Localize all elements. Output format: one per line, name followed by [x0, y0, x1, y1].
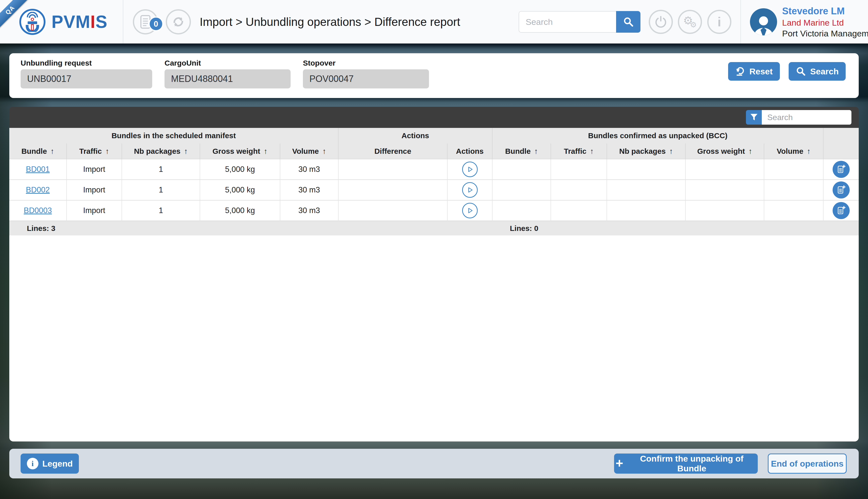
- brand-part-1: PVM: [51, 12, 90, 32]
- gears-icon: ⚙⚙: [683, 15, 697, 29]
- row-buttons-cell: [823, 180, 859, 200]
- cargounit-field[interactable]: MEDU4880041: [164, 69, 290, 88]
- sort-ascending-icon[interactable]: ↑: [322, 147, 326, 155]
- sort-ascending-icon[interactable]: ↑: [184, 147, 188, 155]
- row-buttons-cell: [823, 159, 859, 180]
- bcc-bundle-cell: [492, 159, 551, 180]
- user-company: Land Marine Ltd: [782, 17, 868, 28]
- bundle-link[interactable]: BD001: [26, 165, 50, 174]
- add-unpacking-report-button[interactable]: [833, 181, 850, 198]
- power-icon: [655, 16, 667, 28]
- difference-report-table-card: Bundles in the scheduled manifest Action…: [9, 128, 859, 441]
- funnel-icon: [750, 113, 758, 122]
- col-manifest-nb-packages[interactable]: Nb packages↑: [122, 144, 200, 159]
- bundle-cell: BD0003: [9, 200, 66, 221]
- col-bcc-volume[interactable]: Volume↑: [764, 144, 823, 159]
- info-icon: i: [718, 14, 721, 29]
- confirm-unpacking-label: Confirm the unpacking of Bundle: [627, 454, 756, 473]
- difference-cell: [338, 200, 447, 221]
- refresh-button[interactable]: [166, 9, 191, 34]
- table-row: BD002 Import 1 5,000 kg 30 m3: [9, 180, 859, 200]
- user-info[interactable]: Stevedore LM Land Marine Ltd Port Victor…: [782, 5, 868, 39]
- sort-ascending-icon[interactable]: ↑: [669, 147, 673, 155]
- col-bcc-nb-packages[interactable]: Nb packages↑: [607, 144, 685, 159]
- start-unpacking-button[interactable]: [462, 182, 478, 198]
- confirm-unpacking-button[interactable]: + Confirm the unpacking of Bundle: [614, 453, 758, 474]
- grid-filter-button[interactable]: [746, 110, 762, 125]
- col-manifest-gross-weight[interactable]: Gross weight↑: [200, 144, 280, 159]
- end-of-operations-label: End of operations: [771, 459, 844, 468]
- breadcrumb: Import > Unbundling operations > Differe…: [200, 15, 460, 29]
- traffic-cell: Import: [66, 180, 122, 200]
- add-unpacking-report-button[interactable]: [833, 202, 850, 219]
- notifications-count-badge: 0: [149, 16, 163, 31]
- bcc-traffic-cell: [551, 200, 607, 221]
- stopover-label: Stopover: [303, 59, 336, 67]
- bcc-bundle-cell: [492, 200, 551, 221]
- group-header-actions: Actions: [338, 128, 492, 144]
- col-bcc-gross-weight[interactable]: Gross weight↑: [685, 144, 764, 159]
- search-icon: [796, 66, 806, 77]
- col-difference: Difference: [338, 144, 447, 159]
- brand-wordmark: PVMIS: [51, 12, 108, 32]
- actions-cell: [447, 159, 492, 180]
- col-label: Gross weight: [697, 147, 745, 155]
- col-actions: Actions: [447, 144, 492, 159]
- app-header: QA PVMIS 0 Im: [0, 0, 868, 44]
- reset-button[interactable]: Reset: [728, 62, 780, 81]
- legend-label: Legend: [42, 459, 73, 468]
- col-manifest-traffic[interactable]: Traffic↑: [66, 144, 122, 159]
- col-label: Nb packages: [134, 147, 180, 155]
- stopover-field[interactable]: POV00047: [303, 69, 429, 88]
- filter-search-button[interactable]: Search: [789, 62, 846, 81]
- bcc-nb-packages-cell: [607, 180, 685, 200]
- user-name: Stevedore LM: [782, 5, 868, 17]
- document-add-icon: [836, 164, 846, 174]
- user-avatar[interactable]: [750, 8, 777, 35]
- sort-ascending-icon[interactable]: ↑: [106, 147, 109, 155]
- table-row: BD001 Import 1 5,000 kg 30 m3: [9, 159, 859, 180]
- bottom-action-bar: i Legend + Confirm the unpacking of Bund…: [9, 449, 859, 478]
- unbundling-request-field[interactable]: UNB00017: [21, 69, 152, 88]
- col-manifest-bundle[interactable]: Bundle↑: [9, 144, 66, 159]
- header-divider: [123, 0, 123, 44]
- col-bcc-bundle[interactable]: Bundle↑: [492, 144, 551, 159]
- sort-ascending-icon[interactable]: ↑: [748, 147, 752, 155]
- group-header-row: Bundles in the scheduled manifest Action…: [9, 128, 859, 144]
- bundle-link[interactable]: BD0003: [24, 206, 52, 215]
- col-manifest-volume[interactable]: Volume↑: [280, 144, 338, 159]
- add-unpacking-report-button[interactable]: [833, 161, 850, 178]
- bcc-nb-packages-cell: [607, 159, 685, 180]
- volume-cell: 30 m3: [280, 200, 338, 221]
- bcc-gross-weight-cell: [685, 180, 764, 200]
- global-search-input[interactable]: [519, 11, 616, 33]
- group-header-row-actions: [823, 128, 859, 144]
- volume-cell: 30 m3: [280, 180, 338, 200]
- sort-ascending-icon[interactable]: ↑: [50, 147, 54, 155]
- bcc-bundle-cell: [492, 180, 551, 200]
- app-logo[interactable]: [19, 9, 46, 35]
- global-search-button[interactable]: [616, 11, 641, 33]
- sort-ascending-icon[interactable]: ↑: [264, 147, 268, 155]
- bcc-volume-cell: [764, 159, 823, 180]
- table-footer-row: Lines: 3 Lines: 0: [9, 221, 859, 235]
- end-of-operations-button[interactable]: End of operations: [768, 453, 847, 474]
- sort-ascending-icon[interactable]: ↑: [534, 147, 538, 155]
- info-button[interactable]: i: [707, 10, 731, 34]
- grid-search-input[interactable]: [762, 110, 852, 125]
- column-header-row: Bundle↑ Traffic↑ Nb packages↑ Gross weig…: [9, 144, 859, 159]
- settings-button[interactable]: ⚙⚙: [678, 10, 702, 34]
- cargounit-label: CargoUnit: [164, 59, 201, 67]
- legend-button[interactable]: i Legend: [21, 453, 79, 474]
- table-row: BD0003 Import 1 5,000 kg 30 m3: [9, 200, 859, 221]
- start-unpacking-button[interactable]: [462, 203, 478, 218]
- sort-ascending-icon[interactable]: ↑: [807, 147, 811, 155]
- col-bcc-traffic[interactable]: Traffic↑: [551, 144, 607, 159]
- col-label: Actions: [456, 147, 484, 155]
- logout-button[interactable]: [649, 10, 673, 34]
- start-unpacking-button[interactable]: [462, 161, 478, 177]
- sort-ascending-icon[interactable]: ↑: [590, 147, 594, 155]
- bundle-link[interactable]: BD002: [26, 185, 50, 194]
- col-label: Bundle: [505, 147, 531, 155]
- anchor-signal-icon: [24, 12, 41, 32]
